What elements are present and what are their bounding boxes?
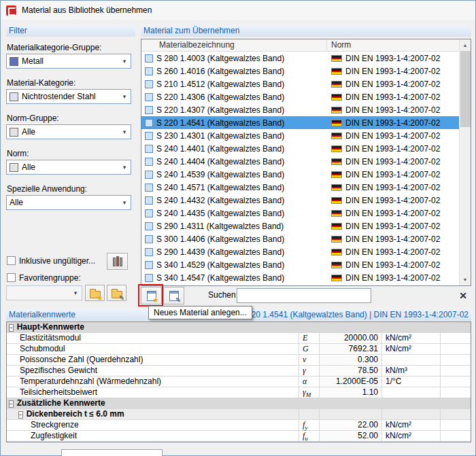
materials-header-label: Material zum Übernehmen [143, 25, 239, 37]
star-icon: ★ [97, 295, 103, 302]
property-label: Streckgrenze [31, 420, 79, 429]
material-row[interactable]: S 220 1.4541 (Kaltgewalztes Band)DIN EN … [141, 116, 459, 129]
category-combobox[interactable]: Nichtrostender Stahl ▾ [6, 89, 131, 104]
property-group-label: Haupt-Kennwerte [17, 322, 84, 332]
property-row[interactable]: SchubmodulG7692.31kN/cm² [7, 344, 471, 355]
material-row[interactable]: S 340 1.4529 (Kaltgewalztes Band)DIN EN … [141, 258, 459, 271]
property-row[interactable]: Temperaturdehnzahl (Wärmedehnzahl)α1.200… [7, 376, 471, 387]
collapse-icon[interactable]: − [18, 411, 23, 419]
material-row[interactable]: S 340 1.4547 (Kaltgewalztes Band)DIN EN … [141, 271, 459, 284]
property-value: 78.50 [320, 366, 382, 376]
app-icon [6, 5, 16, 16]
material-norm: DIN EN 1993-1-4:2007-02 [345, 222, 440, 231]
property-symbol [299, 409, 320, 419]
material-row[interactable]: S 240 1.4571 (Kaltgewalztes Band)DIN EN … [141, 181, 459, 194]
scrollbar-thumb[interactable] [460, 51, 471, 127]
collapse-icon[interactable]: − [9, 324, 14, 332]
invalid-materials-library-button[interactable] [107, 253, 128, 270]
material-row[interactable]: S 240 1.4404 (Kaltgewalztes Band)DIN EN … [141, 155, 459, 168]
material-row[interactable]: S 240 1.4435 (Kaltgewalztes Band)DIN EN … [141, 207, 459, 220]
chevron-down-icon[interactable]: ▾ [118, 54, 131, 68]
material-norm: DIN EN 1993-1-4:2007-02 [345, 273, 440, 283]
norm-group-label: Norm-Gruppe: [7, 113, 59, 123]
material-color-icon [145, 183, 153, 192]
search-input[interactable] [237, 288, 371, 303]
special-application-combobox[interactable]: Alle ▾ [6, 195, 131, 210]
property-row[interactable]: Spezifisches Gewichtγ78.50kN/m³ [7, 366, 471, 376]
property-row[interactable]: ElastizitätsmodulE20000.00kN/cm² [7, 333, 471, 344]
edit-material-icon: ✎ [169, 291, 179, 301]
material-color-icon [145, 80, 153, 88]
material-row[interactable]: S 290 1.4439 (Kaltgewalztes Band)DIN EN … [141, 245, 459, 258]
chevron-down-icon[interactable]: ▾ [118, 160, 131, 174]
material-row[interactable]: S 230 1.4301 (Kaltgewalztes Band)DIN EN … [141, 129, 459, 142]
material-norm: DIN EN 1993-1-4:2007-02 [345, 157, 440, 166]
norm-group-combobox[interactable]: Alle ▾ [6, 124, 131, 139]
property-unit [382, 398, 441, 408]
column-header-materialbezeichnung[interactable]: Materialbezeichnung [141, 39, 327, 51]
property-row[interactable]: Streckgrenzefy22.00kN/cm² [7, 420, 471, 431]
chevron-down-icon[interactable]: ▾ [118, 125, 131, 139]
include-invalid-label: Inklusive ungültiger... [19, 256, 95, 266]
edit-favorites-group-button[interactable]: ✎ [107, 285, 126, 301]
collapse-icon[interactable]: − [9, 400, 14, 408]
material-row[interactable]: S 220 1.4306 (Kaltgewalztes Band)DIN EN … [141, 90, 459, 103]
property-symbol: α [299, 376, 320, 387]
clear-search-button[interactable]: ✕ [455, 287, 471, 304]
material-color-icon [145, 261, 153, 269]
category-group-combobox[interactable]: Metall ▾ [6, 54, 131, 69]
germany-flag-icon [331, 223, 342, 230]
property-symbol: G [299, 344, 320, 354]
property-unit [382, 355, 441, 365]
germany-flag-icon [331, 68, 342, 75]
material-row[interactable]: S 210 1.4512 (Kaltgewalztes Band)DIN EN … [141, 77, 459, 90]
property-label: Elastizitätsmodul [20, 333, 81, 343]
materials-table: Materialbezeichnung Norm S 280 1.4003 (K… [141, 39, 471, 286]
favorites-group-checkbox[interactable] [7, 273, 16, 282]
property-row[interactable]: Zugfestigkeitfu52.00kN/cm² [7, 431, 471, 442]
material-row[interactable]: S 240 1.4539 (Kaltgewalztes Band)DIN EN … [141, 168, 459, 181]
property-row[interactable]: −Zusätzliche Kennwerte [7, 398, 471, 409]
properties-header-label: Materialkennwerte [9, 309, 75, 321]
title-bar[interactable]: Material aus Bibliothek übernehmen [1, 1, 475, 20]
property-value: 20000.00 [320, 333, 382, 343]
chevron-down-icon[interactable]: ▾ [118, 196, 131, 209]
scroll-down-button[interactable]: ▼ [460, 274, 471, 285]
library-icon [113, 256, 122, 266]
edit-material-button[interactable]: ✎ [163, 287, 184, 304]
property-symbol [299, 398, 320, 408]
germany-flag-icon [331, 249, 342, 256]
new-favorites-group-button[interactable]: ★ [85, 285, 105, 301]
chevron-down-icon[interactable]: ▾ [69, 286, 82, 300]
property-row[interactable]: −Haupt-Kennwerte [7, 322, 471, 333]
property-value [320, 409, 382, 419]
material-row[interactable]: S 290 1.4311 (Kaltgewalztes Band)DIN EN … [141, 220, 459, 232]
property-symbol: γ [299, 366, 320, 376]
material-color-icon [145, 119, 153, 127]
column-header-norm[interactable]: Norm [327, 39, 459, 51]
material-norm: DIN EN 1993-1-4:2007-02 [345, 170, 440, 179]
search-label: Suchen: [208, 290, 238, 300]
material-row[interactable]: S 300 1.4406 (Kaltgewalztes Band)DIN EN … [141, 232, 459, 245]
selected-material-info: S 220 1.4541 (Kaltgewalztes Band) | DIN … [239, 309, 469, 321]
material-row[interactable]: S 220 1.4307 (Kaltgewalztes Band)DIN EN … [141, 103, 459, 116]
favorites-group-combobox[interactable]: ▾ [6, 285, 82, 300]
materials-header-row: Materialbezeichnung Norm [141, 39, 459, 52]
norm-combobox[interactable]: Alle ▾ [6, 160, 131, 175]
property-row[interactable]: −Dickenbereich t ≤ 6.0 mm [7, 409, 471, 420]
include-invalid-checkbox[interactable] [7, 256, 16, 265]
chevron-down-icon[interactable]: ▾ [118, 90, 131, 103]
property-unit: 1/°C [382, 376, 441, 387]
material-row[interactable]: S 260 1.4016 (Kaltgewalztes Band)DIN EN … [141, 65, 459, 77]
metal-category-icon [10, 57, 18, 66]
property-unit [382, 409, 441, 419]
property-row[interactable]: TeilsicherheitsbeiwertγM1.10 [7, 387, 471, 398]
materials-scrollbar[interactable]: ▲ ▼ [459, 39, 471, 285]
scroll-up-button[interactable]: ▲ [460, 39, 471, 51]
material-color-icon [145, 106, 153, 114]
property-row[interactable]: Poissonsche Zahl (Querdehnzahl)ν0.300 [7, 355, 471, 366]
material-row[interactable]: S 240 1.4432 (Kaltgewalztes Band)DIN EN … [141, 194, 459, 207]
property-unit: kN/cm² [382, 333, 441, 343]
material-row[interactable]: S 280 1.4003 (Kaltgewalztes Band)DIN EN … [141, 52, 459, 65]
material-row[interactable]: S 240 1.4401 (Kaltgewalztes Band)DIN EN … [141, 142, 459, 155]
